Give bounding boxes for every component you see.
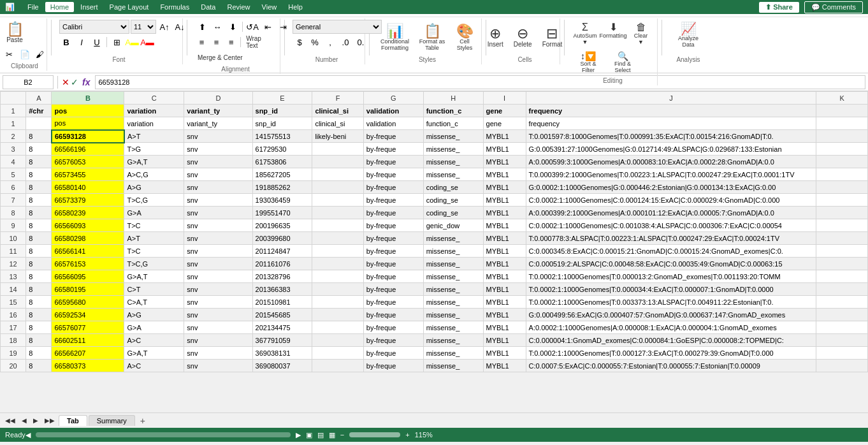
cell-E9[interactable]: 200196635 (252, 219, 312, 232)
menu-home[interactable]: Home (45, 2, 74, 12)
cell-I11[interactable]: MYBL1 (483, 245, 526, 258)
cell-G5[interactable]: by-freque (363, 168, 423, 181)
cell-F10[interactable] (312, 232, 363, 245)
cell-K9[interactable] (816, 219, 868, 232)
cell-A8[interactable]: 8 (26, 207, 52, 219)
cell-I15[interactable]: MYBL1 (483, 296, 526, 309)
cancel-formula-button[interactable]: ✕ (62, 77, 69, 87)
row-number-5[interactable]: 5 (1, 168, 26, 181)
clear-button[interactable]: 🗑 Clear ▼ (628, 20, 653, 48)
cell-B1[interactable]: pos (52, 117, 124, 130)
row-number-15[interactable]: 15 (1, 296, 26, 309)
zoom-out-button[interactable]: − (340, 431, 344, 439)
cell-A9[interactable]: 8 (26, 219, 52, 232)
wrap-text-button[interactable]: Wrap Text (243, 35, 276, 49)
indent-decrease-button[interactable]: ⇤ (261, 20, 275, 34)
cell-C15[interactable]: C>A,T (124, 296, 184, 309)
cell-J11[interactable]: C:0.000345:8:ExAC|C:0.00015:21:GnomAD|C:… (526, 245, 816, 258)
cell-K13[interactable] (816, 270, 868, 283)
cell-G1[interactable]: validation (363, 117, 423, 130)
cell-F18[interactable] (312, 334, 363, 347)
underline-button[interactable]: U (90, 35, 104, 49)
cell-B15[interactable]: 66595680 (52, 296, 124, 309)
cell-K3[interactable] (816, 143, 868, 156)
cell-K20[interactable] (816, 360, 868, 372)
cell-F11[interactable] (312, 245, 363, 258)
cell-G8[interactable]: by-freque (363, 207, 423, 219)
cell-F17[interactable] (312, 321, 363, 334)
cell-I10[interactable]: MYBL1 (483, 232, 526, 245)
cell-C3[interactable]: T>G (124, 143, 184, 156)
cell-F1[interactable]: clinical_si (312, 105, 363, 117)
cell-K18[interactable] (816, 334, 868, 347)
paste-button[interactable]: 📋 Paste (3, 20, 27, 46)
find-select-button[interactable]: 🔍 Find & Select (607, 49, 639, 76)
cell-A18[interactable]: 8 (26, 334, 52, 347)
cell-F14[interactable] (312, 283, 363, 296)
cell-A20[interactable]: 8 (26, 360, 52, 372)
fill-button[interactable]: ⬇ Formatting (600, 20, 626, 48)
cell-I19[interactable]: MYBL1 (483, 347, 526, 360)
cell-K12[interactable] (816, 258, 868, 270)
col-header-F[interactable]: F (312, 92, 363, 105)
cell-H17[interactable]: missense_ (423, 321, 483, 334)
cell-J10[interactable]: T:0.000778:3:ALSPAC|T:0.00223:1:ALSPAC|T… (526, 232, 816, 245)
cell-D4[interactable]: snv (184, 156, 252, 168)
page-layout-view-button[interactable]: ▤ (317, 431, 324, 439)
cell-D11[interactable]: snv (184, 245, 252, 258)
cell-E18[interactable]: 367791059 (252, 334, 312, 347)
cell-K7[interactable] (816, 194, 868, 207)
cell-H1[interactable]: function_c (423, 105, 483, 117)
cell-J3[interactable]: G:0.005391:27:1000Genomes|G:0.012714:49:… (526, 143, 816, 156)
confirm-formula-button[interactable]: ✓ (71, 77, 78, 87)
cell-H12[interactable]: missense_ (423, 258, 483, 270)
cell-C14[interactable]: C>T (124, 283, 184, 296)
cell-H3[interactable]: missense_ (423, 143, 483, 156)
row-number-20[interactable]: 20 (1, 360, 26, 372)
cell-D5[interactable]: snv (184, 168, 252, 181)
cell-H14[interactable]: missense_ (423, 283, 483, 296)
cell-K14[interactable] (816, 283, 868, 296)
cell-E4[interactable]: 61753806 (252, 156, 312, 168)
font-size-select[interactable]: 11 (131, 20, 156, 34)
font-color-button[interactable]: A▬ (140, 35, 154, 49)
cell-C6[interactable]: A>G (124, 181, 184, 194)
cell-H7[interactable]: coding_se (423, 194, 483, 207)
status-scroll-right[interactable]: ▶ (296, 431, 301, 439)
menu-data[interactable]: Data (196, 2, 221, 12)
menu-view[interactable]: View (257, 2, 282, 12)
format-table-button[interactable]: 📋 Format as Table (415, 22, 449, 54)
cell-H2[interactable]: missense_ (423, 130, 483, 143)
cell-K10[interactable] (816, 232, 868, 245)
sheet-tab-summary[interactable]: Summary (89, 415, 135, 426)
cell-D19[interactable]: snv (184, 347, 252, 360)
comments-button[interactable]: 💬 Comments (804, 1, 863, 13)
cell-C1[interactable]: variation (124, 105, 184, 117)
cell-F2[interactable]: likely-beni (312, 130, 363, 143)
cell-I16[interactable]: MYBL1 (483, 309, 526, 321)
cell-E20[interactable]: 369080037 (252, 360, 312, 372)
conditional-formatting-button[interactable]: 📊 Conditional Formatting (377, 22, 412, 54)
format-button[interactable]: ⊟ Format (539, 24, 567, 50)
cell-J17[interactable]: A:0.0002:1:1000Genomes|A:0.000008:1:ExAC… (526, 321, 816, 334)
italic-button[interactable]: I (75, 35, 89, 49)
cell-G6[interactable]: by-freque (363, 181, 423, 194)
cell-B9[interactable]: 66566093 (52, 219, 124, 232)
col-header-I[interactable]: I (483, 92, 526, 105)
align-right-button[interactable]: ≡ (224, 35, 238, 49)
cell-I4[interactable]: MYBL1 (483, 156, 526, 168)
sort-filter-button[interactable]: ↕🔽 Sort & Filter (572, 49, 604, 76)
row-number-11[interactable]: 11 (1, 245, 26, 258)
row-number-13[interactable]: 13 (1, 270, 26, 283)
cell-G11[interactable]: by-freque (363, 245, 423, 258)
cell-styles-button[interactable]: 🎨 Cell Styles (452, 22, 477, 54)
cell-I6[interactable]: MYBL1 (483, 181, 526, 194)
cell-A4[interactable]: 8 (26, 156, 52, 168)
cell-K8[interactable] (816, 207, 868, 219)
fill-color-button[interactable]: A▬ (125, 35, 139, 49)
cell-I8[interactable]: MYBL1 (483, 207, 526, 219)
cell-E5[interactable]: 185627205 (252, 168, 312, 181)
cell-K19[interactable] (816, 347, 868, 360)
row-number-18[interactable]: 18 (1, 334, 26, 347)
row-number-7[interactable]: 7 (1, 194, 26, 207)
